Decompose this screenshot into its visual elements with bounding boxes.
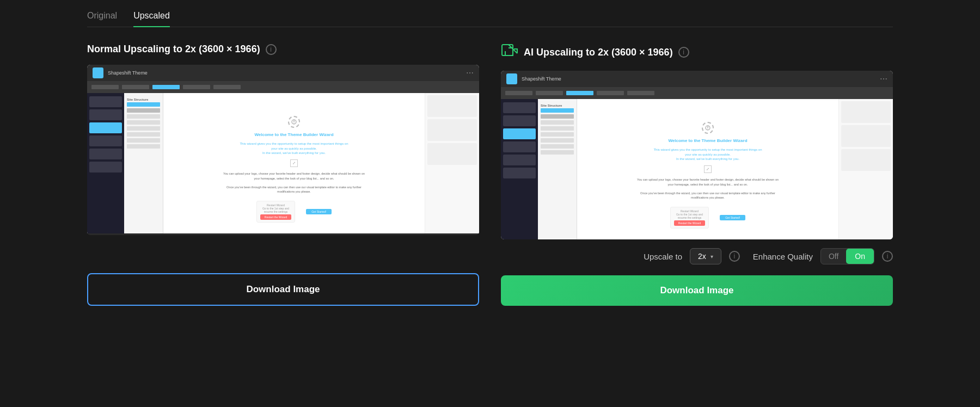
left-wizard-circle xyxy=(288,116,300,128)
right-nav-bar xyxy=(501,87,893,99)
left-restart-text: Restart WizardGo to the 1st step andresu… xyxy=(260,203,291,213)
left-expand-icon: ⤢ xyxy=(290,159,298,167)
right-nav-item-list xyxy=(541,144,574,149)
right-column: AI Upscaling to 2x (3600 × 1966) i Shape… xyxy=(501,44,893,306)
right-section-title: AI Upscaling to 2x (3600 × 1966) xyxy=(524,47,673,58)
left-screenshot: Shapeshift Theme ⋯ xyxy=(87,65,479,233)
enhance-quality-toggle[interactable]: Off On xyxy=(820,248,874,264)
left-download-button[interactable]: Download Image xyxy=(87,273,479,306)
left-main-content: Welcome to the Theme Builder Wizard This… xyxy=(163,93,425,233)
right-logo xyxy=(506,73,517,84)
left-sidebar-icon-4 xyxy=(89,135,122,146)
ai-upscale-icon xyxy=(501,44,518,61)
left-action-row: Restart WizardGo to the 1st step andresu… xyxy=(256,201,332,223)
right-screenshot: Shapeshift Theme ⋯ xyxy=(501,71,893,239)
enhance-label: Enhance Quality xyxy=(753,252,813,261)
right-sidebar-icon-5 xyxy=(503,155,536,165)
right-right-block-1 xyxy=(841,101,891,123)
right-nav-item-footer xyxy=(541,126,574,131)
svg-rect-4 xyxy=(502,45,513,55)
right-nav-section-title: Site Structure xyxy=(541,104,574,107)
left-topbar-dots: ⋯ xyxy=(466,69,474,77)
upscale-select[interactable]: 2x ▾ xyxy=(690,248,721,264)
tab-original[interactable]: Original xyxy=(87,11,117,27)
left-nav-item-2 xyxy=(122,85,149,89)
right-info-icon[interactable]: i xyxy=(678,47,689,58)
right-sidebar-icon-4 xyxy=(503,141,536,152)
left-info-icon[interactable]: i xyxy=(266,44,277,55)
enhance-info-icon[interactable]: i xyxy=(882,251,893,262)
right-wizard-body: You can upload your logo, choose your fa… xyxy=(637,177,779,200)
left-nav-item-home xyxy=(127,126,160,131)
right-screenshot-body: Site Structure xyxy=(501,99,893,239)
left-topbar: Shapeshift Theme ⋯ xyxy=(87,65,479,81)
left-get-started-btn[interactable]: Get Started! xyxy=(306,209,332,214)
right-sidebar-icon-1 xyxy=(503,102,536,113)
right-right-panel xyxy=(838,99,893,239)
left-right-block-2 xyxy=(427,119,477,141)
right-restart-btn[interactable]: Restart the Wizard xyxy=(674,220,705,226)
right-topbar-title: Shapeshift Theme xyxy=(522,76,561,82)
right-sidebar-icon-6 xyxy=(503,168,536,178)
right-nav-item-blog xyxy=(541,138,574,143)
controls-row: Upscale to 2x ▾ i Enhance Quality Off On… xyxy=(501,248,893,264)
left-nav-item-4 xyxy=(183,85,210,89)
left-section-title: Normal Upscaling to 2x (3600 × 1966) xyxy=(87,44,260,55)
right-restart-box: Restart WizardGo to the 1st step andresu… xyxy=(670,207,709,229)
left-nav-item-footer xyxy=(127,120,160,125)
right-section-header: AI Upscaling to 2x (3600 × 1966) i xyxy=(501,44,893,61)
left-nav-item-page xyxy=(127,144,160,149)
left-nav-item-1 xyxy=(91,85,119,89)
right-sidebar-icon-3 xyxy=(503,128,536,139)
left-wizard-svg xyxy=(291,119,297,125)
toggle-on-label[interactable]: On xyxy=(846,249,874,264)
upscale-info-icon[interactable]: i xyxy=(729,251,740,262)
right-restart-text: Restart WizardGo to the 1st step andresu… xyxy=(674,209,705,219)
right-image-preview: Shapeshift Theme ⋯ xyxy=(501,71,893,239)
svg-point-2 xyxy=(293,123,295,124)
right-wizard-circle xyxy=(702,122,714,134)
left-wizard-title: Welcome to the Theme Builder Wizard xyxy=(254,132,333,137)
right-topbar: Shapeshift Theme ⋯ xyxy=(501,71,893,87)
right-sidebar xyxy=(501,99,538,239)
right-get-started-btn[interactable]: Get Started! xyxy=(720,215,745,220)
left-sidebar-icon-3 xyxy=(89,122,122,133)
upscale-value: 2x xyxy=(698,252,706,261)
right-right-block-3 xyxy=(841,149,891,171)
right-expand-icon: ⤢ xyxy=(704,165,712,173)
right-nav-item-4 xyxy=(597,91,624,95)
left-sidebar-icon-2 xyxy=(89,109,122,120)
right-wizard-svg xyxy=(705,125,711,131)
left-right-block-1 xyxy=(427,95,477,117)
left-image-preview: Shapeshift Theme ⋯ xyxy=(87,65,479,235)
right-wizard-desc: This wizard gives you the opportunity to… xyxy=(653,147,762,161)
left-right-panel xyxy=(425,93,479,233)
tab-upscaled[interactable]: Upscaled xyxy=(133,11,170,27)
left-spacer xyxy=(87,235,479,240)
right-nav-item-home xyxy=(541,132,574,137)
right-nav-item-brand xyxy=(541,114,574,119)
left-restart-box: Restart WizardGo to the 1st step andresu… xyxy=(256,201,295,223)
right-nav-item-1 xyxy=(505,91,532,95)
right-action-row: Restart WizardGo to the 1st step andresu… xyxy=(670,207,745,229)
left-nav-bar xyxy=(87,81,479,93)
left-column: Normal Upscaling to 2x (3600 × 1966) i S… xyxy=(87,44,479,306)
left-topbar-title: Shapeshift Theme xyxy=(108,70,148,76)
left-controls-placeholder xyxy=(87,240,479,268)
toggle-off-label[interactable]: Off xyxy=(821,249,846,264)
left-nav-item-blog xyxy=(127,132,160,137)
left-nav-panel: Site Structure xyxy=(124,93,163,233)
tabs-bar: Original Upscaled xyxy=(87,11,893,27)
right-nav-panel: Site Structure xyxy=(538,99,577,239)
right-download-button[interactable]: Download Image xyxy=(501,275,893,306)
columns-layout: Normal Upscaling to 2x (3600 × 1966) i S… xyxy=(87,44,893,306)
upscale-label: Upscale to xyxy=(644,252,682,261)
left-nav-item-3 xyxy=(152,85,180,89)
left-nav-item-5 xyxy=(213,85,241,89)
left-nav-item-brand xyxy=(127,108,160,113)
left-nav-item-list xyxy=(127,138,160,143)
left-restart-btn[interactable]: Restart the Wizard xyxy=(260,214,291,220)
left-sidebar-icon-1 xyxy=(89,96,122,107)
right-nav-item-3 xyxy=(566,91,593,95)
left-right-block-3 xyxy=(427,143,477,165)
